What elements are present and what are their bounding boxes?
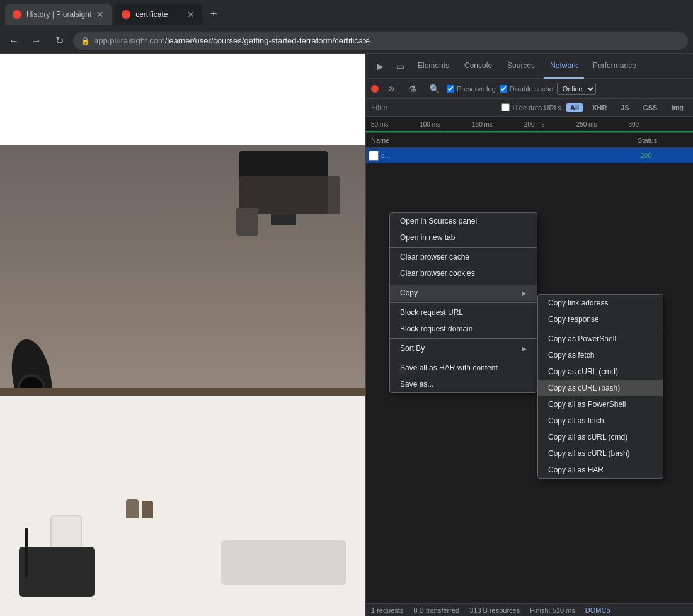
browser-chrome: History | Pluralsight ✕ certificate ✕ + xyxy=(0,0,693,28)
status-finish: Finish: 510 ms xyxy=(530,607,575,614)
ctx-sort-by[interactable]: Sort By ▶ xyxy=(390,340,537,356)
timeline-green-line xyxy=(366,131,693,132)
ctx-clear-cookies[interactable]: Clear browser cookies xyxy=(390,265,537,282)
back-button[interactable]: ← xyxy=(5,32,23,50)
devtools-device-icon[interactable]: ▭ xyxy=(391,57,409,75)
search-icon[interactable]: 🔍 xyxy=(425,80,443,98)
status-requests: 1 requests xyxy=(371,607,403,614)
preserve-log-label[interactable]: Preserve log xyxy=(447,85,496,93)
hide-data-urls-label[interactable]: Hide data URLs xyxy=(501,103,561,111)
disable-cache-checkbox[interactable] xyxy=(500,85,507,93)
address-domain: app.pluralsight.com xyxy=(94,36,165,45)
tab-elements[interactable]: Elements xyxy=(411,54,455,79)
address-path: /learner/user/courses/getting-started-te… xyxy=(165,36,370,45)
tab-label-cert: certificate xyxy=(135,10,168,19)
timeline-label-250: 250 ms xyxy=(576,121,597,128)
tablet-shape xyxy=(19,547,94,597)
record-button[interactable] xyxy=(371,85,379,93)
timeline-label-50: 50 ms xyxy=(371,121,388,128)
tab-history[interactable]: History | Pluralsight ✕ xyxy=(5,4,112,25)
ctx-block-url[interactable]: Block request URL xyxy=(390,304,537,321)
filter-icon[interactable]: ⚗ xyxy=(404,80,421,98)
page-white-area xyxy=(0,54,365,145)
figurine2 xyxy=(142,501,153,518)
context-menu-primary: Open in Sources panel Open in new tab Cl… xyxy=(389,212,537,393)
filter-input[interactable] xyxy=(371,103,496,112)
ctx-separator-2 xyxy=(390,283,537,283)
row-checkbox[interactable] xyxy=(369,151,379,161)
submenu-copy-curl-cmd[interactable]: Copy as cURL (cmd) xyxy=(538,363,663,380)
timeline-label-200: 200 ms xyxy=(524,121,545,128)
ctx-separator-4 xyxy=(390,338,537,339)
figurine1 xyxy=(126,499,139,518)
devtools-cursor-icon[interactable]: ▶ xyxy=(371,57,389,75)
submenu-copyall-curl-bash[interactable]: Copy all as cURL (bash) xyxy=(538,445,663,462)
tab-console[interactable]: Console xyxy=(458,54,498,79)
table-row[interactable]: c... 200 xyxy=(366,148,693,163)
submenu-copyall-curl-cmd[interactable]: Copy all as cURL (cmd) xyxy=(538,429,663,445)
tab-close-history[interactable]: ✕ xyxy=(96,9,104,20)
filter-css-button[interactable]: CSS xyxy=(639,103,662,113)
context-submenu-copy: Copy link address Copy response Copy as … xyxy=(537,294,663,479)
filter-js-button[interactable]: JS xyxy=(616,103,633,113)
ctx-clear-cache[interactable]: Clear browser cache xyxy=(390,249,537,265)
ctx-separator-3 xyxy=(390,302,537,303)
keyboard2-shape xyxy=(220,540,346,585)
ctx-save-har[interactable]: Save all as HAR with content xyxy=(390,360,537,376)
tab-close-cert[interactable]: ✕ xyxy=(187,9,195,20)
ctx-sortby-arrow: ▶ xyxy=(522,345,527,352)
column-name: Name xyxy=(371,137,638,144)
row-name: c... xyxy=(381,152,640,159)
desk-bottom xyxy=(0,396,365,616)
status-resources: 313 B resources xyxy=(469,607,520,614)
address-bar[interactable]: 🔒 app.pluralsight.com/learner/user/cours… xyxy=(73,32,688,50)
filter-all-button[interactable]: All xyxy=(566,103,583,112)
timeline-inner: 50 ms 100 ms 150 ms 200 ms 250 ms 300 xyxy=(366,117,693,132)
clear-button[interactable]: ⊘ xyxy=(382,80,400,98)
reload-button[interactable]: ↻ xyxy=(50,32,68,50)
tab-network[interactable]: Network xyxy=(544,54,584,79)
submenu-copy-response[interactable]: Copy response xyxy=(538,311,663,328)
ctx-copy-arrow: ▶ xyxy=(522,290,527,297)
submenu-copy-powershell[interactable]: Copy as PowerShell xyxy=(538,331,663,347)
submenu-copyall-har[interactable]: Copy all as HAR xyxy=(538,462,663,478)
timeline-label-300: 300 xyxy=(628,121,639,128)
ctx-open-sources[interactable]: Open in Sources panel xyxy=(390,213,537,229)
new-tab-button[interactable]: + xyxy=(205,6,222,23)
forward-button[interactable]: → xyxy=(28,32,45,50)
tab-sources[interactable]: Sources xyxy=(501,54,541,79)
throttle-select[interactable]: Online xyxy=(557,83,596,95)
tab-performance[interactable]: Performance xyxy=(587,54,643,79)
column-status: Status xyxy=(638,137,688,144)
submenu-copyall-fetch[interactable]: Copy all as fetch xyxy=(538,413,663,429)
filter-img-button[interactable]: Img xyxy=(667,103,688,113)
network-toolbar: ⊘ ⚗ 🔍 Preserve log Disable cache Online xyxy=(366,79,693,99)
submenu-copy-curl-bash[interactable]: Copy as cURL (bash) xyxy=(538,380,663,396)
table-header: Name Status xyxy=(366,133,693,148)
submenu-copy-link[interactable]: Copy link address xyxy=(538,295,663,311)
browser-toolbar: ← → ↻ 🔒 app.pluralsight.com/learner/user… xyxy=(0,28,693,54)
tab-favicon-history xyxy=(13,10,21,19)
hide-data-urls-checkbox[interactable] xyxy=(501,103,510,111)
ctx-block-domain[interactable]: Block request domain xyxy=(390,321,537,337)
timeline: 50 ms 100 ms 150 ms 200 ms 250 ms 300 xyxy=(366,117,693,133)
filter-xhr-button[interactable]: XHR xyxy=(588,103,611,113)
preserve-log-checkbox[interactable] xyxy=(447,85,454,93)
row-status: 200 xyxy=(640,152,690,159)
submenu-separator-1 xyxy=(538,329,663,329)
submenu-copy-fetch[interactable]: Copy as fetch xyxy=(538,347,663,363)
address-text: app.pluralsight.com/learner/user/courses… xyxy=(94,36,370,45)
ctx-open-new-tab[interactable]: Open in new tab xyxy=(390,229,537,246)
ctx-separator-1 xyxy=(390,247,537,248)
tab-certificate[interactable]: certificate ✕ xyxy=(114,4,202,25)
submenu-copyall-powershell[interactable]: Copy all as PowerShell xyxy=(538,396,663,413)
status-transferred: 0 B transferred xyxy=(413,607,459,614)
page-photo xyxy=(0,145,365,616)
monitor-stand xyxy=(271,213,296,225)
lock-icon: 🔒 xyxy=(81,37,90,45)
ctx-copy[interactable]: Copy ▶ xyxy=(390,285,537,301)
status-dom-link[interactable]: DOMCo xyxy=(585,607,610,614)
tab-favicon-cert xyxy=(122,10,130,19)
ctx-save-as[interactable]: Save as... xyxy=(390,376,537,392)
disable-cache-label[interactable]: Disable cache xyxy=(500,85,553,93)
